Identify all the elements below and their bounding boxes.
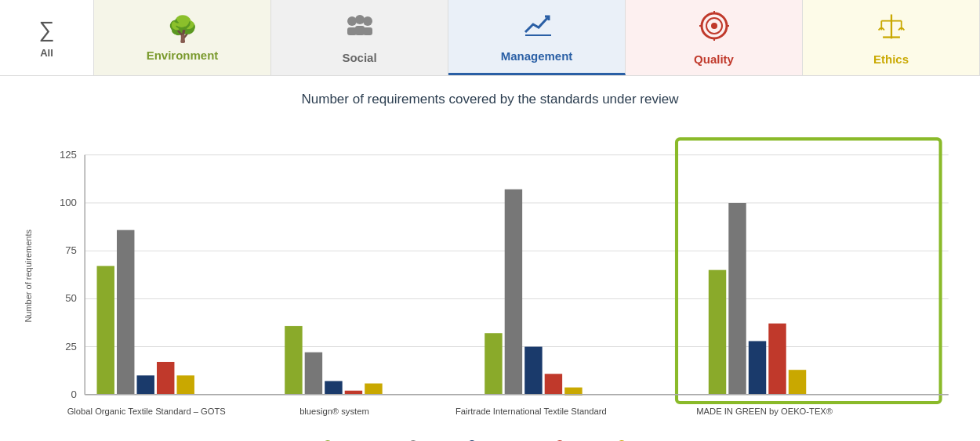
svg-text:Global Organic Textile Standar: Global Organic Textile Standard – GOTS bbox=[67, 407, 226, 416]
bar-gots-env bbox=[97, 266, 114, 395]
bar-ft-env bbox=[485, 333, 502, 395]
chart-inner: 0 25 50 75 100 125 bbox=[37, 123, 956, 430]
svg-rect-5 bbox=[363, 27, 372, 35]
chart-svg: 0 25 50 75 100 125 bbox=[37, 123, 956, 427]
bar-oeko-qual bbox=[768, 324, 786, 395]
svg-text:MADE IN GREEN by OEKO-TEX®: MADE IN GREEN by OEKO-TEX® bbox=[696, 407, 833, 416]
nav-ethics-label: Ethics bbox=[873, 52, 909, 66]
svg-text:bluesign® system: bluesign® system bbox=[299, 407, 369, 416]
social-icon bbox=[344, 12, 376, 46]
management-icon bbox=[521, 10, 553, 45]
nav-environment[interactable]: 🌳 Environment bbox=[94, 0, 271, 75]
bar-oeko-soc bbox=[728, 203, 746, 395]
bar-blue-soc bbox=[305, 352, 322, 395]
svg-text:Fairtrade International Textil: Fairtrade International Textile Standard bbox=[456, 407, 607, 416]
svg-text:75: 75 bbox=[65, 244, 77, 256]
sigma-icon: ∑ bbox=[39, 17, 55, 42]
svg-text:25: 25 bbox=[65, 341, 77, 352]
nav-all[interactable]: ∑ All bbox=[0, 0, 94, 75]
bar-blue-mgmt bbox=[325, 381, 342, 394]
bar-ft-soc bbox=[505, 190, 522, 395]
nav-social-label: Social bbox=[342, 51, 376, 64]
chart-area: Number of requirements covered by the st… bbox=[0, 76, 980, 441]
bar-gots-qual bbox=[157, 362, 174, 395]
svg-text:0: 0 bbox=[71, 389, 77, 400]
bar-oeko-env bbox=[709, 270, 726, 395]
bar-blue-eth bbox=[365, 384, 382, 395]
bar-oeko-eth bbox=[789, 370, 806, 395]
svg-text:50: 50 bbox=[65, 292, 77, 304]
chart-container: Number of requirements 0 25 50 75 100 12 bbox=[24, 123, 956, 430]
bar-gots-soc bbox=[117, 230, 134, 395]
svg-text:100: 100 bbox=[60, 197, 77, 208]
ethics-icon bbox=[876, 10, 907, 48]
quality-icon bbox=[699, 10, 730, 48]
svg-point-9 bbox=[711, 23, 717, 29]
nav-management-label: Management bbox=[501, 49, 573, 63]
nav-social[interactable]: Social bbox=[271, 0, 448, 75]
bar-ft-qual bbox=[545, 374, 562, 395]
nav-environment-label: Environment bbox=[147, 49, 219, 62]
svg-point-1 bbox=[355, 15, 365, 24]
svg-point-0 bbox=[347, 16, 357, 26]
y-axis-label: Number of requirements bbox=[24, 230, 33, 323]
bar-blue-env bbox=[285, 326, 302, 395]
nav-quality[interactable]: Quality bbox=[626, 0, 803, 75]
bar-gots-mgmt bbox=[137, 375, 154, 394]
svg-point-2 bbox=[363, 16, 372, 26]
nav-quality-label: Quality bbox=[694, 52, 734, 66]
environment-icon: 🌳 bbox=[167, 14, 198, 44]
top-navigation: ∑ All 🌳 Environment Social Manag bbox=[0, 0, 980, 76]
chart-title: Number of requirements covered by the st… bbox=[24, 92, 956, 107]
bar-gots-eth bbox=[177, 375, 194, 394]
nav-ethics[interactable]: Ethics bbox=[803, 0, 980, 75]
nav-management[interactable]: Management bbox=[448, 0, 626, 75]
bar-ft-mgmt bbox=[524, 347, 542, 395]
bar-oeko-mgmt bbox=[749, 341, 766, 394]
nav-all-label: All bbox=[40, 47, 53, 59]
svg-text:125: 125 bbox=[60, 149, 77, 161]
